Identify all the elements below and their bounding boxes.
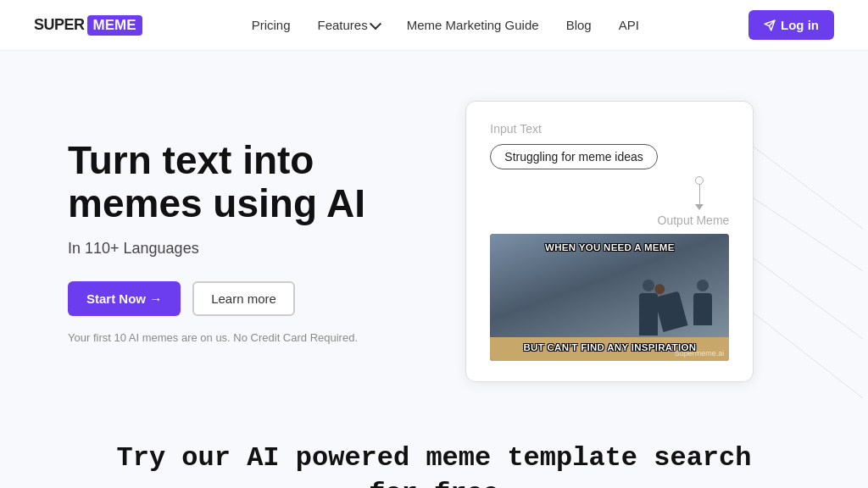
send-icon [764, 19, 776, 31]
logo[interactable]: SUPER MEME [34, 15, 142, 36]
nav-item-blog[interactable]: Blog [566, 18, 592, 33]
nav-item-api[interactable]: API [619, 18, 639, 33]
demo-input-value: Struggling for meme ideas [490, 144, 657, 169]
logo-meme-text: MEME [87, 15, 142, 36]
learn-more-button[interactable]: Learn more [192, 281, 295, 316]
nav-item-features[interactable]: Features [318, 18, 380, 32]
hero-section: Turn text into memes using AI In 110+ La… [0, 51, 868, 415]
nav-item-pricing[interactable]: Pricing [252, 18, 291, 33]
start-now-button[interactable]: Start Now → [68, 281, 181, 316]
meme-top-text: WHEN YOU NEED A MEME [497, 242, 722, 252]
hero-left: Turn text into memes using AI In 110+ La… [68, 139, 376, 344]
hero-title: Turn text into memes using AI [68, 139, 376, 225]
logo-super-text: SUPER [34, 16, 85, 34]
arrow-line [699, 185, 701, 206]
hero-right: Input Text Struggling for meme ideas Out… [420, 101, 800, 382]
bottom-title: Try our AI powered meme template searchf… [68, 441, 800, 488]
bottom-section: Try our AI powered meme template searchf… [0, 415, 868, 488]
output-label: Output Meme [490, 214, 729, 227]
login-button[interactable]: Log in [748, 10, 834, 40]
figure-3 [693, 293, 712, 325]
hero-note: Your first 10 AI memes are on us. No Cre… [68, 331, 376, 344]
meme-watermark: Supermeme.ai [675, 349, 725, 358]
hero-buttons: Start Now → Learn more [68, 281, 376, 316]
demo-arrow [490, 176, 729, 210]
nav-links: Pricing Features Meme Marketing Guide Bl… [252, 18, 639, 33]
demo-card: Input Text Struggling for meme ideas Out… [465, 101, 754, 382]
chevron-down-icon [370, 18, 381, 30]
arrow-head [695, 204, 704, 210]
navbar: SUPER MEME Pricing Features Meme Marketi… [0, 0, 868, 51]
nav-item-meme-guide[interactable]: Meme Marketing Guide [407, 18, 539, 33]
hero-subtitle: In 110+ Languages [68, 240, 376, 258]
arrow-circle [695, 176, 704, 185]
meme-figures [639, 293, 712, 336]
demo-meme-image: WHEN YOU NEED A MEME BUT CAN'T FIND ANY … [490, 234, 729, 361]
input-label: Input Text [490, 122, 729, 136]
figure-2 [654, 291, 688, 332]
